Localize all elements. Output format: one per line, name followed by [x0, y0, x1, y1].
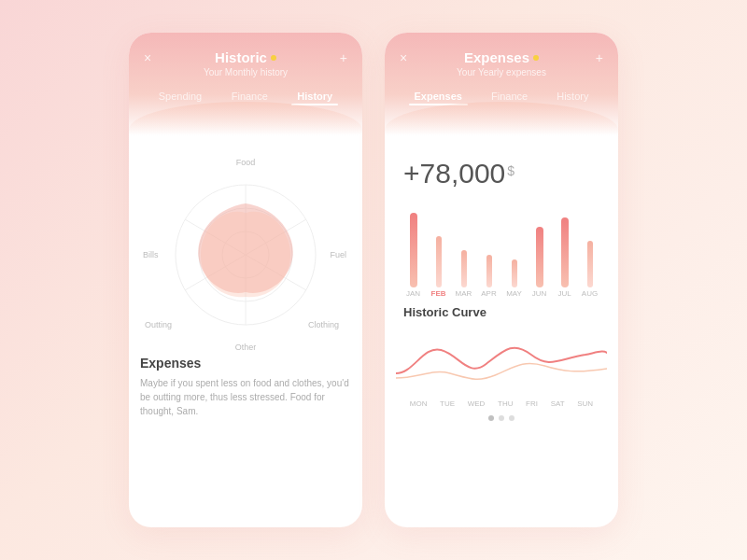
label-outting: Outting [145, 320, 172, 329]
bar-apr: APR [479, 255, 499, 298]
bar-jun-bar [536, 227, 543, 287]
tab-history[interactable]: History [291, 87, 338, 105]
card2-subtitle: Your Yearly expenses [400, 67, 603, 77]
curve-label-thu: THU [498, 399, 513, 408]
expenses-title: Expenses [140, 356, 351, 371]
curve-labels: MON TUE WED THU FRI SAT SUN [396, 399, 607, 408]
dot-1[interactable] [488, 415, 494, 421]
card2-header: × Expenses + Your Yearly expenses Expens… [385, 33, 618, 135]
curve-label-wed: WED [468, 399, 486, 408]
tab-expenses[interactable]: Expenses [409, 87, 468, 105]
radar-chart: Food Fuel Clothing Other Outting Bills [152, 161, 339, 348]
bar-apr-bar [486, 255, 492, 287]
bar-feb: FEB [429, 236, 448, 298]
expenses-text: Maybe if you spent less on food and clot… [140, 376, 351, 418]
curve-label-sat: SAT [551, 399, 565, 408]
bar-jan-label: JAN [406, 289, 420, 298]
card2-close-icon[interactable]: × [400, 50, 407, 65]
bar-may-label: MAY [506, 289, 522, 298]
dot-3[interactable] [509, 415, 514, 421]
card2-title-dot [533, 55, 539, 61]
bar-mar-bar [461, 250, 467, 287]
amount-display: +78,000 $ [403, 158, 607, 189]
bar-jun: JUN [529, 227, 549, 298]
card1-header: × Historic + Your Monthly history Spendi… [129, 33, 362, 135]
card2-tabs: Expenses Finance History [400, 87, 603, 109]
tab-finance[interactable]: Finance [226, 87, 274, 105]
bar-jul-bar [561, 217, 569, 287]
historic-card: × Historic + Your Monthly history Spendi… [129, 33, 362, 527]
curve-label-tue: TUE [440, 399, 455, 408]
bar-aug: AUG [580, 241, 599, 298]
bar-may-bar [512, 259, 517, 287]
bar-jun-label: JUN [532, 289, 547, 298]
card2-header-top: × Expenses + [400, 49, 603, 65]
bar-jan: JAN [403, 213, 423, 298]
bar-feb-bar [436, 236, 442, 287]
card1-add-icon[interactable]: + [340, 50, 347, 65]
amount-unit: $ [507, 163, 514, 178]
label-clothing: Clothing [308, 320, 339, 329]
card2-body: +78,000 $ JAN FEB MAR APR [385, 135, 618, 527]
label-bills: Bills [143, 250, 159, 259]
bar-jul-label: JUL [557, 289, 571, 298]
bar-mar-label: MAR [456, 289, 472, 298]
bar-aug-label: AUG [582, 289, 598, 298]
card1-header-top: × Historic + [144, 49, 347, 65]
card1-body: Food Fuel Clothing Other Outting Bills [129, 135, 362, 527]
dots-indicator [396, 415, 607, 421]
card1-close-icon[interactable]: × [144, 50, 151, 65]
dot-2[interactable] [499, 415, 504, 421]
label-food: Food [236, 158, 256, 167]
tab-finance2[interactable]: Finance [486, 87, 533, 105]
card2-add-icon[interactable]: + [596, 50, 603, 65]
bar-chart: JAN FEB MAR APR MAY [396, 204, 607, 298]
bar-mar: MAR [454, 250, 473, 298]
card1-title: Historic [215, 49, 276, 65]
bar-jan-bar [410, 213, 417, 287]
bar-apr-label: APR [481, 289, 496, 298]
tab-history2[interactable]: History [551, 87, 594, 105]
card1-subtitle: Your Monthly history [144, 67, 347, 77]
tab-spending[interactable]: Spending [153, 87, 208, 105]
label-fuel: Fuel [330, 250, 346, 259]
curve-label-fri: FRI [526, 399, 538, 408]
bar-aug-bar [587, 241, 593, 287]
curve-label-mon: MON [410, 399, 428, 408]
curve-chart [396, 327, 607, 392]
curve-svg [396, 327, 607, 392]
curve-title: Historic Curve [403, 305, 599, 319]
title-dot [271, 55, 276, 61]
expenses-card: × Expenses + Your Yearly expenses Expens… [385, 33, 618, 527]
label-other: Other [235, 343, 257, 352]
card1-tabs: Spending Finance History [144, 87, 347, 109]
bar-may: MAY [504, 259, 524, 298]
bar-jul: JUL [555, 217, 574, 298]
bar-feb-label: FEB [431, 289, 446, 298]
curve-label-sun: SUN [577, 399, 593, 408]
card2-title: Expenses [464, 49, 539, 65]
